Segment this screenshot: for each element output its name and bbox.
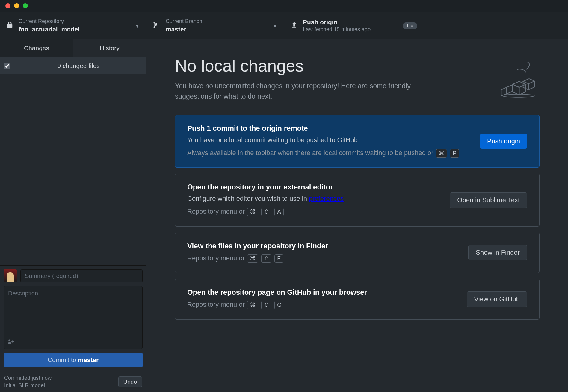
view-github-button[interactable]: View on GitHub (467, 291, 527, 307)
git-branch-icon (153, 21, 160, 30)
open-editor-button[interactable]: Open in Sublime Text (450, 192, 527, 208)
kbd-cmd: ⌘ (247, 301, 258, 309)
show-finder-button[interactable]: Show in Finder (468, 245, 527, 260)
lock-icon (7, 21, 13, 30)
status-commit-message: Initial SLR model (4, 382, 52, 389)
changed-files-header: 0 changed files (0, 57, 146, 74)
page-title: No local changes (175, 56, 445, 75)
repo-name: foo_actuarial_model (19, 25, 80, 33)
card-editor-desc: Configure which editor you wish to use i… (187, 194, 441, 203)
tab-changes[interactable]: Changes (0, 39, 73, 57)
window-titlebar (0, 0, 568, 12)
caret-down-icon: ▾ (136, 22, 139, 29)
sidebar-tabs: Changes History (0, 39, 146, 57)
page-subtitle: You have no uncommitted changes in your … (175, 81, 445, 101)
last-commit-status: Committed just now Initial SLR model Und… (0, 371, 146, 392)
commit-description-input[interactable] (8, 290, 138, 345)
empty-state-illustration (495, 56, 540, 99)
push-count: 1 (406, 23, 409, 28)
add-coauthor-icon[interactable] (7, 339, 14, 346)
card-show-finder: View the files in your repository in Fin… (175, 233, 540, 273)
kbd-p: P (450, 149, 459, 158)
card-push-desc: You have one local commit waiting to be … (187, 135, 471, 145)
toolbar: Current Repository foo_actuarial_model ▾… (0, 12, 568, 39)
card-editor-hint: Repository menu or ⌘ ⇧ A (187, 206, 441, 217)
push-up-icon (291, 22, 297, 30)
commit-summary-input[interactable] (20, 269, 143, 282)
undo-button[interactable]: Undo (118, 376, 142, 387)
changed-files-count: 0 changed files (15, 62, 142, 69)
commit-button-prefix: Commit to (48, 356, 78, 363)
card-finder-title: View the files in your repository in Fin… (187, 242, 459, 250)
kbd-a: A (274, 208, 284, 216)
select-all-checkbox[interactable] (4, 63, 10, 69)
kbd-cmd: ⌘ (247, 208, 258, 216)
card-github-hint: Repository menu or ⌘ ⇧ G (187, 299, 458, 310)
window-zoom-button[interactable] (23, 3, 28, 8)
preferences-link[interactable]: preferences (309, 195, 344, 202)
commit-button-branch: master (78, 356, 99, 363)
current-repository-dropdown[interactable]: Current Repository foo_actuarial_model ▾ (0, 12, 146, 39)
card-external-editor: Open the repository in your external edi… (175, 174, 540, 226)
push-count-badge: 1 (403, 22, 417, 29)
kbd-shift: ⇧ (261, 301, 271, 309)
commit-form: Commit to master (0, 265, 146, 371)
branch-name: master (166, 25, 202, 33)
card-finder-hint: Repository menu or ⌘ ⇧ F (187, 253, 459, 264)
card-view-github: Open the repository page on GitHub in yo… (175, 279, 540, 319)
push-origin-action-button[interactable]: Push origin (480, 134, 527, 149)
window-minimize-button[interactable] (14, 3, 19, 8)
commit-description-box (4, 286, 143, 349)
card-github-title: Open the repository page on GitHub in yo… (187, 288, 458, 297)
card-push: Push 1 commit to the origin remote You h… (175, 115, 540, 168)
sidebar: Changes History 0 changed files Comm (0, 39, 146, 392)
kbd-cmd: ⌘ (247, 254, 258, 263)
tab-history[interactable]: History (73, 39, 146, 57)
kbd-cmd: ⌘ (436, 149, 447, 158)
commit-button[interactable]: Commit to master (4, 353, 143, 367)
status-timestamp: Committed just now (4, 374, 52, 382)
kbd-g: G (274, 301, 284, 309)
push-subtitle: Last fetched 15 minutes ago (303, 26, 371, 33)
push-origin-button[interactable]: Push origin Last fetched 15 minutes ago … (284, 12, 425, 39)
repo-label: Current Repository (19, 18, 80, 25)
card-editor-title: Open the repository in your external edi… (187, 183, 441, 191)
avatar (4, 269, 17, 282)
main-content: No local changes You have no uncommitted… (146, 39, 568, 392)
card-push-title: Push 1 commit to the origin remote (187, 124, 471, 133)
kbd-shift: ⇧ (261, 208, 271, 216)
kbd-shift: ⇧ (261, 254, 271, 263)
caret-down-icon: ▾ (274, 22, 277, 29)
kbd-f: F (274, 254, 283, 263)
card-push-hint: Always available in the toolbar when the… (187, 147, 471, 158)
branch-label: Current Branch (166, 18, 202, 25)
window-close-button[interactable] (5, 3, 10, 8)
current-branch-dropdown[interactable]: Current Branch master ▾ (146, 12, 284, 39)
push-label: Push origin (303, 18, 371, 26)
